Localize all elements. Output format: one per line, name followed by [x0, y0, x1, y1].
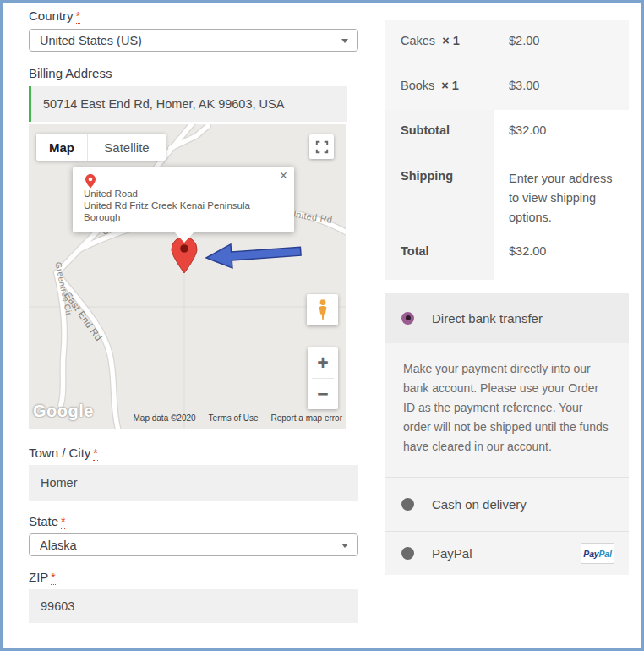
country-value: United States (US): [40, 34, 142, 47]
country-label-text: Country: [29, 8, 74, 23]
annotation-arrow: [205, 239, 302, 270]
info-window-line2: United Rd Fritz Creek Kenai Peninsula: [84, 200, 250, 211]
total-value: $32.00: [494, 231, 629, 280]
info-window-line1: United Road: [84, 188, 250, 200]
payment-option-bank-transfer[interactable]: Direct bank transfer: [385, 293, 629, 343]
state-select[interactable]: Alaska: [29, 533, 358, 556]
info-window-pin-icon: [85, 174, 96, 189]
zip-input[interactable]: 99603: [29, 589, 358, 623]
billing-address-label: Billing Address: [29, 66, 360, 81]
required-asterisk: *: [93, 446, 97, 461]
town-input[interactable]: Homer: [29, 465, 358, 501]
product-qty: × 1: [441, 79, 459, 92]
info-window-text: United Road United Rd Fritz Creek Kenai …: [84, 188, 250, 223]
radio-selected-icon[interactable]: [401, 312, 414, 325]
bank-transfer-label: Direct bank transfer: [432, 311, 543, 326]
chevron-down-icon: [341, 39, 348, 43]
product-price: $2.00: [494, 20, 629, 65]
product-name-text: Cakes: [401, 34, 435, 47]
checkout-page: Country* United States (US) Billing Addr…: [0, 0, 644, 651]
state-value: Alaska: [40, 539, 77, 552]
payment-option-paypal[interactable]: PayPal PayPal: [385, 531, 629, 575]
paypal-logo-pay: Pay: [583, 549, 598, 559]
town-value: Homer: [41, 476, 78, 490]
required-asterisk: *: [51, 571, 55, 585]
paypal-label: PayPal: [432, 546, 472, 561]
paypal-logo-pal: Pal: [598, 549, 611, 559]
order-row-shipping: Shipping Enter your address to view ship…: [385, 156, 629, 231]
bank-transfer-description: Make your payment directly into our bank…: [385, 343, 629, 477]
product-name: Cakes × 1: [385, 20, 494, 65]
map-info-window: United Road United Rd Fritz Creek Kenai …: [73, 167, 294, 232]
state-label: State*: [29, 514, 360, 529]
town-label-text: Town / City: [29, 446, 90, 460]
billing-address-value: 50714 East End Rd, Homer, AK 99603, USA: [43, 97, 284, 111]
order-row-product: Cakes × 1 $2.00: [385, 20, 629, 65]
subtotal-value: $32.00: [494, 110, 629, 156]
product-name: Books × 1: [385, 65, 494, 110]
payment-option-cash-on-delivery[interactable]: Cash on delivery: [385, 477, 629, 531]
shipping-label: Shipping: [385, 156, 494, 231]
payment-methods: Direct bank transfer Make your payment d…: [385, 293, 629, 575]
paypal-logo: PayPal: [581, 543, 614, 564]
zip-label-text: ZIP: [29, 570, 48, 584]
product-name-text: Books: [401, 79, 434, 92]
radio-unselected-icon[interactable]: [401, 547, 414, 560]
billing-address-input[interactable]: 50714 East End Rd, Homer, AK 99603, USA: [29, 86, 347, 122]
country-label: Country*: [29, 8, 360, 24]
order-row-total: Total $32.00: [385, 231, 629, 280]
town-label: Town / City*: [29, 446, 360, 461]
info-window-line3: Borough: [84, 211, 250, 223]
cash-on-delivery-label: Cash on delivery: [432, 497, 527, 512]
radio-unselected-icon[interactable]: [401, 498, 414, 511]
shipping-value: Enter your address to view shipping opti…: [494, 156, 629, 231]
close-icon[interactable]: ×: [280, 169, 287, 183]
map-canvas[interactable]: United Rd United Greentree Cir East End …: [29, 124, 346, 429]
zip-value: 99603: [41, 599, 74, 613]
state-label-text: State: [29, 514, 58, 528]
required-asterisk: *: [76, 9, 80, 24]
order-review-panel: Cakes × 1 $2.00 Books × 1 $3.00 Subtotal…: [385, 20, 629, 575]
order-row-product: Books × 1 $3.00: [385, 65, 629, 110]
order-row-subtotal: Subtotal $32.00: [385, 110, 629, 156]
total-label: Total: [385, 231, 494, 280]
product-qty: × 1: [442, 34, 460, 47]
chevron-down-icon: [341, 544, 348, 548]
subtotal-label: Subtotal: [385, 110, 494, 156]
product-price: $3.00: [494, 65, 629, 110]
required-asterisk: *: [61, 515, 65, 529]
zip-label: ZIP*: [29, 570, 360, 585]
billing-form: Country* United States (US) Billing Addr…: [29, 8, 360, 623]
country-select[interactable]: United States (US): [29, 29, 358, 52]
